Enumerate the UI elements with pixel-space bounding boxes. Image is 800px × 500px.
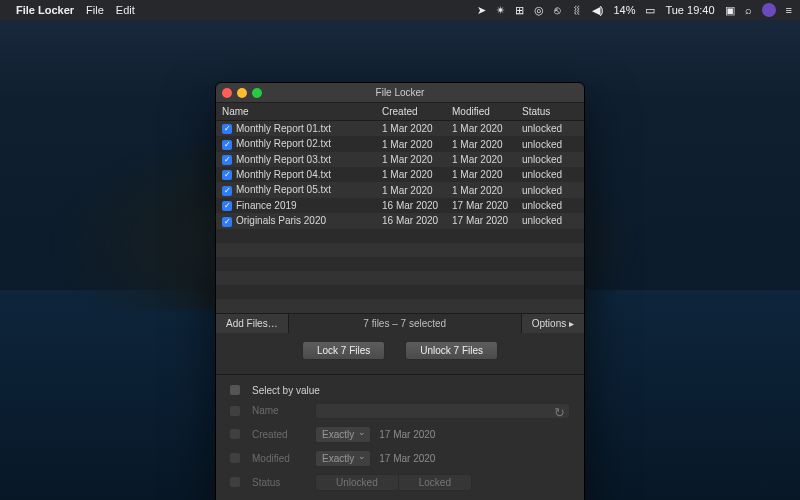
filter-modified-label: Modified [252,453,307,464]
filter-created-checkbox[interactable] [230,429,240,439]
row-checkbox[interactable] [222,155,232,165]
cell-modified: 1 Mar 2020 [446,167,516,182]
menubar-clock[interactable]: Tue 19:40 [665,4,714,16]
row-checkbox[interactable] [222,140,232,150]
notifications-icon[interactable]: ≡ [786,4,792,16]
row-checkbox[interactable] [222,186,232,196]
files-table: Name Created Modified Status Monthly Rep… [216,103,584,313]
filter-name-checkbox[interactable] [230,406,240,416]
filter-created-date[interactable]: 17 Mar 2020 [379,429,435,440]
control-center-icon[interactable]: ▣ [725,4,735,17]
cell-modified: 17 Mar 2020 [446,198,516,213]
filter-status-label: Status [252,477,307,488]
filter-status-checkbox[interactable] [230,477,240,487]
row-checkbox[interactable] [222,217,232,227]
filter-name-input[interactable] [315,403,570,419]
cell-name: Finance 2019 [236,200,297,211]
cell-name: Monthly Report 03.txt [236,154,331,165]
cell-created: 16 Mar 2020 [376,213,446,228]
table-row[interactable]: Monthly Report 05.txt1 Mar 20201 Mar 202… [216,182,584,197]
filter-status-segmented[interactable]: Unlocked Locked [315,474,472,491]
table-row[interactable]: Finance 201916 Mar 202017 Mar 2020unlock… [216,198,584,213]
spotlight-icon[interactable]: ⌕ [745,4,752,16]
filter-created-label: Created [252,429,307,440]
cell-modified: 1 Mar 2020 [446,121,516,137]
cell-name: Monthly Report 01.txt [236,123,331,134]
filter-created-op[interactable]: Exactly [315,426,371,443]
cell-status: unlocked [516,182,584,197]
row-checkbox[interactable] [222,170,232,180]
cell-created: 1 Mar 2020 [376,182,446,197]
cell-status: unlocked [516,136,584,151]
cell-name: Originals Paris 2020 [236,215,326,226]
cell-modified: 17 Mar 2020 [446,213,516,228]
filter-modified-date[interactable]: 17 Mar 2020 [379,453,435,464]
row-checkbox[interactable] [222,124,232,134]
grid-icon[interactable]: ⊞ [515,4,524,17]
table-row[interactable]: Monthly Report 02.txt1 Mar 20201 Mar 202… [216,136,584,151]
cell-created: 16 Mar 2020 [376,198,446,213]
seg-unlocked[interactable]: Unlocked [316,475,398,490]
cell-modified: 1 Mar 2020 [446,152,516,167]
filter-modified-op[interactable]: Exactly [315,450,371,467]
options-button[interactable]: Options ▸ [521,314,584,333]
cell-name: Monthly Report 05.txt [236,184,331,195]
row-checkbox[interactable] [222,201,232,211]
select-by-value-checkbox[interactable] [230,385,240,395]
col-header-status[interactable]: Status [516,103,584,121]
cell-name: Monthly Report 04.txt [236,169,331,180]
col-header-created[interactable]: Created [376,103,446,121]
sparkle-icon[interactable]: ✴︎ [496,4,505,17]
battery-pct[interactable]: 14% [613,4,635,16]
cell-name: Monthly Report 02.txt [236,138,331,149]
cell-created: 1 Mar 2020 [376,167,446,182]
filter-name-label: Name [252,405,307,416]
airplay-icon[interactable]: ⎋ [554,4,561,16]
window-titlebar[interactable]: File Locker [216,83,584,103]
cell-created: 1 Mar 2020 [376,136,446,151]
airdrop-icon[interactable]: ◎ [534,4,544,17]
cell-created: 1 Mar 2020 [376,121,446,137]
select-by-value-panel: Select by value ↻ Name Created Exactly 1… [216,374,584,500]
cell-status: unlocked [516,167,584,182]
location-icon[interactable]: ➤ [477,4,486,17]
menubar-app-name[interactable]: File Locker [16,4,74,16]
wifi-icon[interactable]: ⧛ [571,4,582,16]
cell-status: unlocked [516,198,584,213]
cell-modified: 1 Mar 2020 [446,182,516,197]
seg-locked[interactable]: Locked [398,475,471,490]
col-header-name[interactable]: Name [216,103,376,121]
table-row[interactable]: Originals Paris 202016 Mar 202017 Mar 20… [216,213,584,228]
table-row[interactable]: Monthly Report 01.txt1 Mar 20201 Mar 202… [216,121,584,137]
menubar-item-edit[interactable]: Edit [116,4,135,16]
cell-status: unlocked [516,121,584,137]
midbar: Add Files… 7 files – 7 selected Options … [216,313,584,333]
window-title: File Locker [216,87,584,98]
select-by-value-label: Select by value [252,385,320,396]
macos-menubar: File Locker File Edit ➤ ✴︎ ⊞ ◎ ⎋ ⧛ ◀︎) 1… [0,0,800,20]
battery-icon[interactable]: ▭ [645,4,655,17]
cell-status: unlocked [516,213,584,228]
filter-modified-checkbox[interactable] [230,453,240,463]
file-locker-window: File Locker Name Created Modified Status… [215,82,585,500]
selection-count: 7 files – 7 selected [289,314,521,333]
add-files-button[interactable]: Add Files… [216,314,289,333]
table-row[interactable]: Monthly Report 04.txt1 Mar 20201 Mar 202… [216,167,584,182]
unlock-button[interactable]: Unlock 7 Files [405,341,498,360]
cell-created: 1 Mar 2020 [376,152,446,167]
user-avatar-icon[interactable] [762,3,776,17]
volume-icon[interactable]: ◀︎) [592,4,604,17]
menubar-item-file[interactable]: File [86,4,104,16]
lock-button[interactable]: Lock 7 Files [302,341,385,360]
col-header-modified[interactable]: Modified [446,103,516,121]
cell-modified: 1 Mar 2020 [446,136,516,151]
cell-status: unlocked [516,152,584,167]
table-row[interactable]: Monthly Report 03.txt1 Mar 20201 Mar 202… [216,152,584,167]
